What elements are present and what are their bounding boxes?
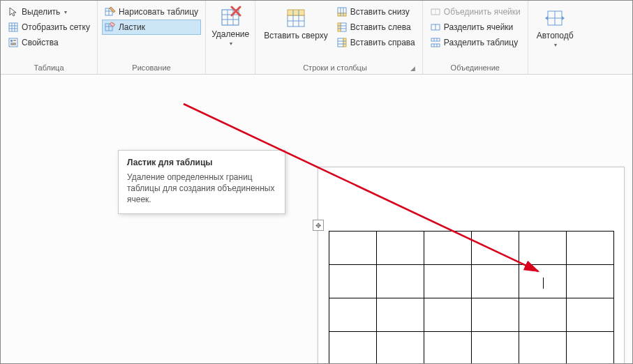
table-cell[interactable]	[377, 232, 424, 265]
group-draw: Нарисовать таблицу Ластик Рисование	[98, 1, 206, 74]
table-cell[interactable]	[424, 332, 472, 365]
table-cell[interactable]	[329, 298, 377, 332]
svg-rect-0	[9, 23, 17, 31]
properties-button[interactable]: Свойства	[5, 35, 93, 50]
table-cell[interactable]	[329, 232, 377, 265]
merge-cells-icon	[430, 6, 441, 17]
group-merge-label: Объединение	[427, 62, 523, 74]
split-table-label: Разделить таблицу	[444, 38, 518, 47]
table-row	[329, 265, 614, 298]
sample-table[interactable]	[329, 231, 614, 364]
group-rows-cols-label: Строки и столбцы	[260, 62, 410, 74]
svg-rect-36	[343, 38, 346, 47]
insert-above-label: Вставить сверху	[264, 31, 328, 40]
group-rows-cols: Вставить сверху Вставить снизу Вставить …	[255, 1, 423, 74]
grid-icon	[8, 22, 19, 33]
delete-button[interactable]: Удаление ▾	[207, 3, 253, 47]
table-cell[interactable]	[377, 332, 424, 365]
svg-rect-44	[431, 44, 440, 47]
table-cell[interactable]	[519, 232, 567, 265]
svg-rect-23	[288, 10, 304, 15]
tooltip-title: Ластик для таблицы	[127, 158, 276, 167]
select-button[interactable]: Выделить ▾	[5, 4, 93, 20]
table-cell[interactable]	[472, 332, 519, 365]
autofit-label: Автоподб	[537, 31, 574, 40]
group-autofit: Автоподб ▾	[528, 1, 582, 74]
select-label: Выделить	[22, 7, 60, 17]
delete-label: Удаление	[211, 29, 249, 39]
table-cell[interactable]	[472, 232, 519, 265]
merge-cells-button: Объединить ячейки	[427, 4, 523, 20]
table-cell[interactable]	[567, 265, 614, 298]
insert-below-label: Вставить снизу	[350, 7, 410, 17]
dialog-launcher-icon[interactable]: ◢	[410, 65, 418, 72]
table-cell[interactable]	[424, 232, 472, 265]
split-cells-button[interactable]: Разделить ячейки	[427, 20, 523, 35]
insert-left-label: Вставить слева	[350, 22, 411, 32]
svg-rect-5	[9, 38, 17, 47]
insert-left-button[interactable]: Вставить слева	[334, 20, 418, 35]
merge-cells-label: Объединить ячейки	[444, 7, 521, 17]
table-cell[interactable]	[424, 265, 472, 298]
group-table-label: Таблица	[5, 62, 93, 74]
table-cell[interactable]	[567, 298, 614, 332]
autofit-icon	[544, 7, 566, 29]
split-table-icon	[430, 37, 441, 48]
dropdown-icon: ▾	[230, 40, 232, 47]
table-cell[interactable]	[519, 298, 567, 332]
svg-rect-31	[341, 23, 346, 31]
split-cells-icon	[430, 22, 441, 33]
dropdown-icon: ▾	[554, 42, 557, 48]
table-cell[interactable]	[472, 298, 519, 332]
document-area: Ластик для таблицы Удаление определенных…	[1, 75, 632, 363]
svg-rect-6	[10, 40, 13, 42]
table-cell[interactable]	[377, 265, 424, 298]
insert-below-button[interactable]: Вставить снизу	[334, 4, 418, 20]
table-cell[interactable]	[567, 232, 614, 265]
eraser-button[interactable]: Ластик	[102, 20, 201, 35]
svg-rect-32	[338, 23, 341, 31]
delete-table-icon	[219, 6, 241, 28]
draw-table-icon	[105, 6, 116, 17]
insert-below-icon	[336, 6, 348, 17]
table-cell[interactable]	[567, 332, 614, 365]
insert-right-button[interactable]: Вставить справа	[334, 35, 418, 50]
ribbon: Выделить ▾ Отобразить сетку Свойства Таб…	[1, 1, 632, 75]
table-cell[interactable]	[472, 265, 519, 298]
insert-above-icon	[285, 7, 307, 29]
group-table: Выделить ▾ Отобразить сетку Свойства Таб…	[1, 1, 98, 74]
table-cell[interactable]	[424, 298, 472, 332]
draw-table-button[interactable]: Нарисовать таблицу	[102, 4, 201, 20]
group-merge: Объединить ячейки Разделить ячейки Разде…	[423, 1, 528, 74]
properties-label: Свойства	[22, 38, 59, 47]
table-row	[329, 332, 614, 365]
draw-table-label: Нарисовать таблицу	[119, 7, 198, 17]
table-move-handle-icon[interactable]: ✥	[313, 220, 324, 231]
table-cell[interactable]	[329, 332, 377, 365]
eraser-label: Ластик	[119, 22, 145, 32]
table-cell[interactable]	[329, 265, 377, 298]
table-cell[interactable]	[519, 332, 567, 365]
split-cells-label: Разделить ячейки	[444, 22, 514, 32]
autofit-button[interactable]: Автоподб ▾	[533, 4, 578, 48]
group-draw-label: Рисование	[102, 62, 201, 74]
table-cell[interactable]	[519, 265, 567, 298]
insert-left-icon	[336, 22, 348, 33]
insert-right-label: Вставить справа	[350, 38, 415, 47]
table-row	[329, 298, 614, 332]
table-cell[interactable]	[377, 298, 424, 332]
eraser-icon	[105, 22, 116, 33]
table-row	[329, 232, 614, 265]
tooltip-body: Удаление определенных границ таблицы для…	[127, 172, 276, 205]
insert-above-button[interactable]: Вставить сверху	[260, 4, 332, 62]
svg-rect-16	[110, 22, 114, 26]
svg-rect-43	[431, 38, 440, 41]
svg-rect-28	[338, 13, 346, 16]
show-grid-button[interactable]: Отобразить сетку	[5, 20, 93, 35]
insert-right-icon	[336, 37, 348, 48]
group-delete: Удаление ▾	[206, 1, 255, 74]
show-grid-label: Отобразить сетку	[22, 22, 90, 32]
svg-rect-35	[338, 38, 343, 47]
split-table-button[interactable]: Разделить таблицу	[427, 35, 523, 50]
text-cursor	[543, 278, 544, 289]
